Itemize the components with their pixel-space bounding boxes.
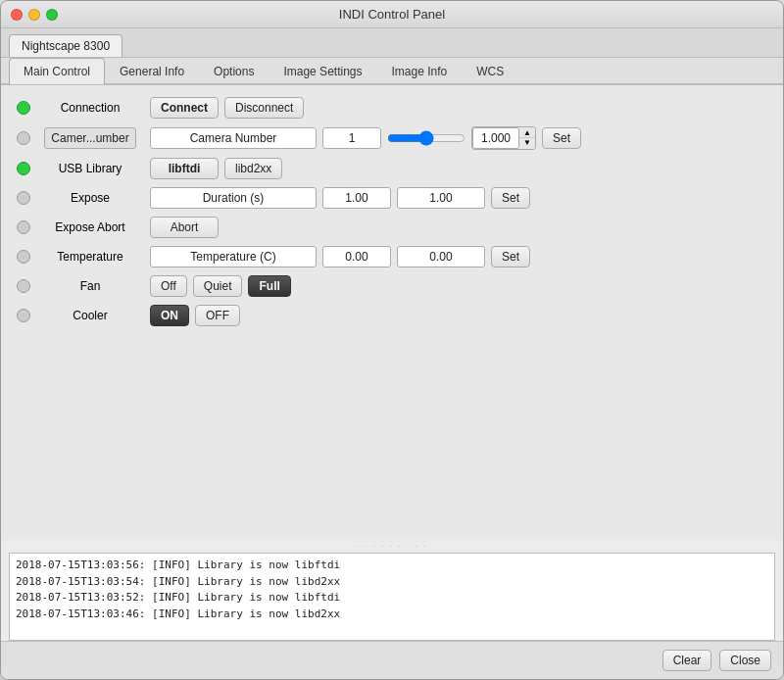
- window-title: INDI Control Panel: [339, 7, 445, 22]
- expose-abort-label: Expose Abort: [36, 220, 144, 234]
- cooler-on-button[interactable]: ON: [150, 305, 189, 326]
- usb-library-indicator: [17, 162, 30, 175]
- tab-options[interactable]: Options: [199, 58, 269, 84]
- tab-main-control[interactable]: Main Control: [9, 58, 105, 84]
- libd2xx-button[interactable]: libd2xx: [224, 158, 282, 179]
- device-tab-bar: Nightscape 8300: [1, 28, 783, 58]
- usb-library-label: USB Library: [36, 162, 144, 175]
- temperature-value1[interactable]: [322, 246, 391, 267]
- expose-value2[interactable]: [397, 187, 485, 209]
- spin-up-button[interactable]: ▲: [519, 128, 535, 138]
- tab-image-settings[interactable]: Image Settings: [269, 58, 376, 84]
- connection-indicator: [17, 101, 30, 115]
- clear-button[interactable]: Clear: [662, 650, 712, 671]
- camera-number-spin: ▲ ▼: [471, 126, 536, 150]
- traffic-lights: [11, 9, 58, 21]
- camera-number-set-button[interactable]: Set: [542, 127, 581, 149]
- close-button-bottom[interactable]: Close: [719, 650, 771, 671]
- fan-full-button[interactable]: Full: [248, 275, 290, 297]
- camera-number-spin-value[interactable]: [472, 127, 519, 149]
- resize-handle: · · · · · · · · ·: [1, 542, 783, 551]
- tab-wcs[interactable]: WCS: [462, 58, 518, 84]
- camera-number-label: Camer...umber: [36, 131, 144, 145]
- close-button[interactable]: [11, 9, 23, 21]
- tab-image-info[interactable]: Image Info: [376, 58, 462, 84]
- main-window: INDI Control Panel Nightscape 8300 Main …: [0, 0, 784, 680]
- usb-library-row: USB Library libftdi libd2xx: [17, 158, 767, 179]
- tab-general-info[interactable]: General Info: [105, 58, 199, 84]
- tab-bar: Main Control General Info Options Image …: [1, 58, 783, 85]
- expose-value1[interactable]: [322, 187, 391, 209]
- temperature-label: Temperature: [36, 250, 144, 264]
- fan-quiet-button[interactable]: Quiet: [193, 275, 243, 297]
- device-tab-nightscape[interactable]: Nightscape 8300: [9, 34, 122, 57]
- camera-number-slider[interactable]: [387, 131, 466, 145]
- camera-number-param: Camera Number: [150, 127, 317, 149]
- log-line-4: 2018-07-15T13:03:46: [INFO] Library is n…: [16, 607, 768, 623]
- cooler-label: Cooler: [36, 309, 144, 322]
- fan-off-button[interactable]: Off: [150, 275, 187, 297]
- expose-abort-indicator: [17, 220, 30, 234]
- maximize-button[interactable]: [46, 9, 58, 21]
- abort-button[interactable]: Abort: [150, 217, 219, 238]
- cooler-off-button[interactable]: OFF: [195, 305, 240, 326]
- temperature-set-button[interactable]: Set: [491, 246, 530, 267]
- fan-label: Fan: [36, 279, 144, 293]
- connection-label: Connection: [36, 101, 144, 115]
- libftdi-button[interactable]: libftdi: [150, 158, 219, 179]
- temperature-indicator: [17, 250, 30, 264]
- spin-arrows: ▲ ▼: [519, 128, 535, 148]
- fan-row: Fan Off Quiet Full: [17, 275, 767, 297]
- expose-row: Expose Duration (s) Set: [17, 187, 767, 209]
- expose-set-button[interactable]: Set: [491, 187, 530, 209]
- spin-down-button[interactable]: ▼: [519, 138, 535, 148]
- minimize-button[interactable]: [28, 9, 40, 21]
- log-line-2: 2018-07-15T13:03:54: [INFO] Library is n…: [16, 574, 768, 591]
- expose-indicator: [17, 191, 30, 205]
- expose-label: Expose: [36, 191, 144, 205]
- connect-button[interactable]: Connect: [150, 97, 219, 119]
- disconnect-button[interactable]: Disconnect: [224, 97, 304, 119]
- expose-param: Duration (s): [150, 187, 317, 209]
- fan-indicator: [17, 279, 30, 293]
- temperature-row: Temperature Temperature (C) Set: [17, 246, 767, 267]
- bottom-bar: Clear Close: [1, 641, 783, 679]
- content-area: Connection Connect Disconnect Camer...um…: [1, 85, 783, 540]
- temperature-param: Temperature (C): [150, 246, 317, 267]
- cooler-indicator: [17, 309, 30, 322]
- expose-abort-row: Expose Abort Abort: [17, 217, 767, 238]
- log-line-1: 2018-07-15T13:03:56: [INFO] Library is n…: [16, 558, 768, 574]
- log-area[interactable]: 2018-07-15T13:03:56: [INFO] Library is n…: [9, 553, 775, 641]
- camera-number-indicator: [17, 131, 30, 145]
- camera-number-value[interactable]: [322, 127, 381, 149]
- cooler-row: Cooler ON OFF: [17, 305, 767, 326]
- camera-number-row: Camer...umber Camera Number ▲ ▼ Set: [17, 126, 767, 150]
- log-line-3: 2018-07-15T13:03:52: [INFO] Library is n…: [16, 590, 768, 607]
- temperature-value2[interactable]: [397, 246, 485, 267]
- connection-row: Connection Connect Disconnect: [17, 97, 767, 119]
- titlebar: INDI Control Panel: [1, 1, 783, 28]
